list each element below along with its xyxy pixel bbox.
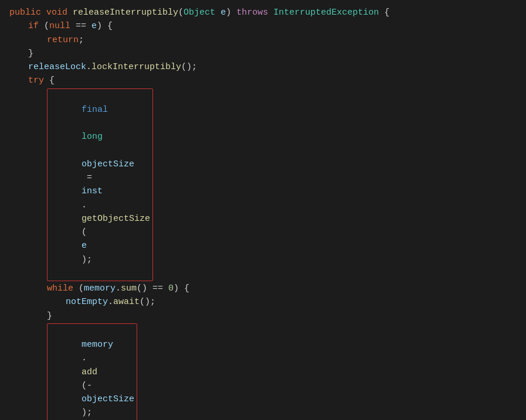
code-line-7: final long objectSize = inst . getObject… bbox=[0, 88, 526, 282]
code-line-10: } bbox=[0, 309, 526, 323]
code-line-4: } bbox=[0, 47, 526, 60]
code-line-6: try { bbox=[0, 74, 526, 87]
keyword-public: public bbox=[9, 6, 41, 19]
keyword-void: void bbox=[46, 6, 67, 19]
highlight-line-11: memory . add (- objectSize ); bbox=[47, 323, 137, 420]
code-line-11: memory . add (- objectSize ); bbox=[0, 323, 526, 420]
method-name: releaseInterruptibly bbox=[73, 6, 178, 19]
code-line-2: if ( null == e ) { bbox=[0, 19, 526, 33]
code-line-5: releaseLock . lockInterruptibly (); bbox=[0, 60, 526, 74]
code-line-8: while ( memory . sum () == 0 ) { bbox=[0, 282, 526, 295]
code-line-1: public void releaseInterruptibly ( Objec… bbox=[0, 6, 526, 19]
highlight-line-7: final long objectSize = inst . getObject… bbox=[47, 88, 153, 282]
code-line-9: notEmpty . await (); bbox=[0, 295, 526, 309]
code-editor: public void releaseInterruptibly ( Objec… bbox=[0, 0, 526, 420]
code-line-3: return ; bbox=[0, 33, 526, 47]
